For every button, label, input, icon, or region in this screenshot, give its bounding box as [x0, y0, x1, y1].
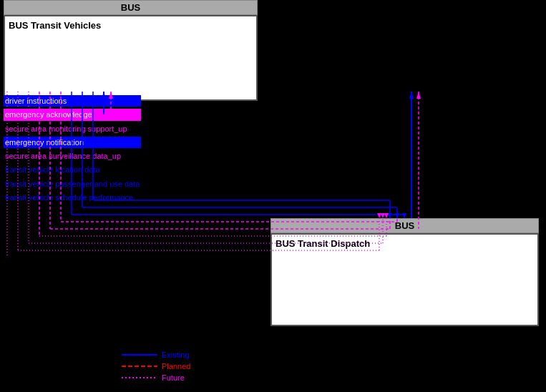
svg-marker-26	[395, 213, 399, 218]
svg-marker-28	[377, 213, 381, 218]
legend-planned: Planned	[122, 362, 190, 371]
dispatch-container: BUS BUS Transit Dispatch	[270, 218, 539, 326]
legend-existing-label: Existing	[162, 351, 190, 359]
legend-future-label: Future	[162, 373, 185, 382]
flow-label-2: secure area monitoring support_up	[4, 123, 141, 134]
svg-marker-30	[384, 213, 389, 218]
dispatch-title: BUS Transit Dispatch	[276, 238, 534, 249]
flow-label-1: emergency acknowledge	[4, 109, 141, 120]
flow-label-5: transit vehicle location data	[4, 164, 141, 175]
flow-label-7: transit vehicle schedule performance	[4, 192, 141, 203]
flow-label-3: emergency notification	[4, 137, 141, 148]
future-line-icon	[122, 376, 157, 379]
legend: Existing Planned Future	[122, 351, 190, 385]
existing-line-icon	[122, 353, 157, 356]
dispatch-header: BUS	[270, 218, 539, 233]
legend-existing: Existing	[122, 351, 190, 359]
flow-label-4: secure area surveillance data_up	[4, 150, 141, 162]
vehicles-container: BUS BUS Transit Vehicles	[4, 0, 258, 101]
flow-labels-container: driver instructions emergency acknowledg…	[4, 95, 141, 203]
vehicles-title: BUS Transit Vehicles	[9, 20, 253, 31]
flow-label-0: driver instructions	[4, 95, 141, 107]
vehicles-box: BUS Transit Vehicles	[4, 15, 258, 101]
legend-planned-label: Planned	[162, 362, 190, 371]
legend-future: Future	[122, 373, 190, 382]
svg-marker-32	[409, 92, 414, 99]
planned-line-icon	[122, 365, 157, 368]
svg-marker-25	[388, 213, 392, 218]
vehicles-header: BUS	[4, 0, 258, 15]
svg-marker-27	[402, 213, 406, 218]
svg-marker-34	[416, 92, 421, 99]
dispatch-box: BUS Transit Dispatch	[270, 233, 539, 326]
svg-marker-29	[381, 213, 385, 218]
flow-label-6: transit vehicle passenger and use data	[4, 178, 141, 190]
